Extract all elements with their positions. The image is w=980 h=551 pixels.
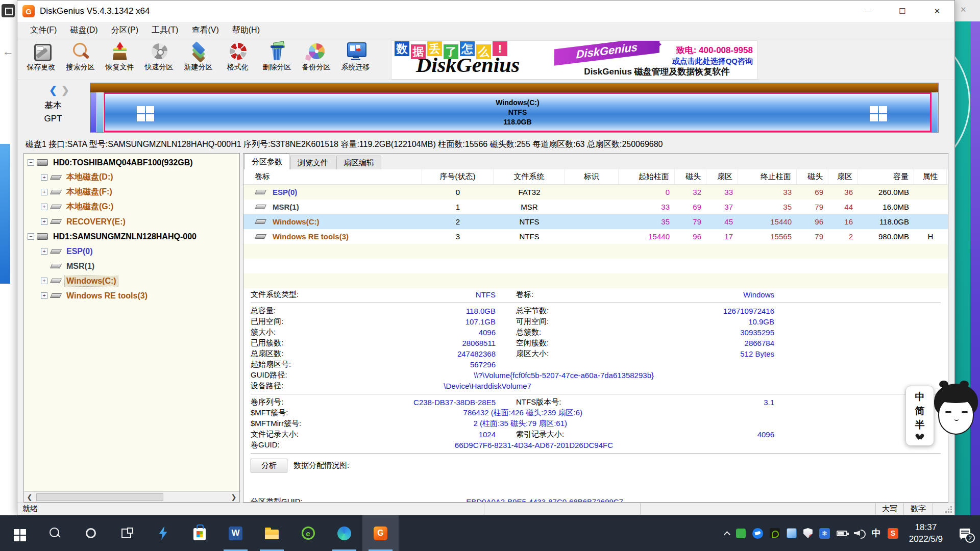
- ime-chinese-mode[interactable]: 中: [915, 391, 925, 403]
- column-header-序号(状态)[interactable]: 序号(状态): [422, 169, 494, 184]
- resize-grip[interactable]: [933, 503, 954, 515]
- analyze-button[interactable]: 分析: [251, 459, 287, 472]
- tab-浏览文件[interactable]: 浏览文件: [290, 156, 335, 169]
- expand-icon[interactable]: +: [41, 278, 47, 284]
- column-header-起始柱面[interactable]: 起始柱面: [619, 169, 675, 184]
- menu-item-文件(F)[interactable]: 文件(F): [23, 25, 63, 36]
- sidebar-item-HD0:TOSHIBAMQ04ABF100(932GB)[interactable]: −HD0:TOSHIBAMQ04ABF100(932GB): [24, 155, 239, 170]
- word[interactable]: W: [217, 515, 254, 551]
- ime-status-box[interactable]: 中 简 半: [905, 386, 934, 446]
- toolbar-button-format[interactable]: 格式化: [218, 40, 257, 79]
- snowflake-utility[interactable]: ❄: [819, 528, 830, 539]
- partition-esp[interactable]: [90, 92, 97, 132]
- menu-item-帮助(H)[interactable]: 帮助(H): [226, 25, 266, 36]
- sogou-input[interactable]: S: [888, 528, 898, 539]
- battery[interactable]: [837, 531, 847, 536]
- expand-icon[interactable]: +: [41, 174, 47, 181]
- sidebar-item-MSR(1)[interactable]: MSR(1): [24, 259, 239, 273]
- ime-mode[interactable]: 中: [872, 527, 881, 539]
- ime-simplified-mode[interactable]: 简: [915, 406, 925, 417]
- microsoft-store[interactable]: [181, 515, 217, 551]
- column-header-卷标[interactable]: 卷标: [243, 169, 422, 184]
- cortana-button[interactable]: [72, 515, 109, 551]
- green-utility[interactable]: [736, 529, 746, 538]
- column-header-磁头[interactable]: 磁头: [675, 169, 706, 184]
- tree-horizontal-scrollbar[interactable]: ❮ ❯: [24, 491, 239, 502]
- scroll-right-arrow-icon[interactable]: ❯: [228, 493, 239, 501]
- expand-icon[interactable]: +: [41, 292, 47, 299]
- diskgenius-app[interactable]: G: [362, 515, 399, 551]
- column-header-磁头[interactable]: 磁头: [797, 169, 828, 184]
- toolbar-button-save[interactable]: 保存更改: [21, 40, 61, 79]
- tab-扇区编辑[interactable]: 扇区编辑: [336, 156, 381, 169]
- expand-icon[interactable]: +: [41, 189, 47, 195]
- search-button[interactable]: [36, 515, 72, 551]
- green-browser[interactable]: e: [290, 515, 326, 551]
- maximize-button[interactable]: ☐: [885, 1, 920, 22]
- close-button[interactable]: ✕: [920, 1, 954, 22]
- dingtalk[interactable]: [752, 528, 763, 539]
- toolbar-button-search[interactable]: 搜索分区: [61, 40, 100, 79]
- sidebar-item-HD1:SAMSUNGMZNLN128HAHQ-000[interactable]: −HD1:SAMSUNGMZNLN128HAHQ-000: [24, 229, 239, 244]
- sidebar-item-Windows RE tools(3)[interactable]: +Windows RE tools(3): [24, 288, 239, 303]
- toolbar-button-recover[interactable]: 恢复文件: [100, 40, 139, 79]
- table-row-Windows(C:)[interactable]: Windows(C:)2NTFS357945154409616118.0GB: [243, 214, 948, 229]
- toolbar-button-backup[interactable]: 备份分区: [297, 40, 336, 79]
- menu-item-工具(T)[interactable]: 工具(T): [145, 25, 185, 36]
- collapse-icon[interactable]: −: [28, 159, 34, 166]
- toolbar-button-del[interactable]: 删除分区: [257, 40, 297, 79]
- toolbar-button-migrate[interactable]: 系统迁移: [336, 40, 375, 79]
- edge-browser[interactable]: [326, 515, 362, 551]
- sidebar-item-本地磁盘(F:)[interactable]: +本地磁盘(F:): [24, 185, 239, 199]
- next-disk-arrow-icon[interactable]: ❯: [61, 84, 69, 96]
- minimize-button[interactable]: ─: [850, 1, 885, 22]
- nvidia-settings[interactable]: [770, 528, 780, 538]
- expand-icon[interactable]: +: [41, 204, 47, 210]
- prev-disk-arrow-icon[interactable]: ❮: [49, 84, 57, 96]
- taskbar-clock[interactable]: 18:37 2022/5/9: [909, 521, 943, 545]
- column-header-标识[interactable]: 标识: [565, 169, 619, 184]
- volume[interactable]: [854, 529, 865, 537]
- ime-mascot-avatar[interactable]: [932, 384, 980, 441]
- file-explorer[interactable]: [254, 515, 290, 551]
- column-header-文件系统[interactable]: 文件系统: [494, 169, 565, 184]
- column-header-属性[interactable]: 属性: [914, 169, 947, 184]
- column-header-终止柱面[interactable]: 终止柱面: [738, 169, 797, 184]
- start-button[interactable]: [0, 515, 36, 551]
- ad-banner[interactable]: DiskGenius 数据丢了怎么! DiskGenius DiskGenius…: [391, 40, 757, 80]
- table-row-Windows RE tools(3)[interactable]: Windows RE tools(3)3NTFS1544096171556579…: [243, 229, 948, 244]
- column-header-扇区[interactable]: 扇区: [828, 169, 858, 184]
- sidebar-item-本地磁盘(D:)[interactable]: +本地磁盘(D:): [24, 170, 239, 185]
- expand-icon[interactable]: +: [41, 248, 47, 255]
- scrollbar-thumb[interactable]: [36, 493, 163, 501]
- menu-item-磁盘(D)[interactable]: 磁盘(D): [63, 25, 104, 36]
- flash-app[interactable]: [145, 515, 181, 551]
- heart-icon[interactable]: [916, 434, 923, 440]
- toolbar-button-new[interactable]: 新建分区: [179, 40, 218, 79]
- column-header-容量[interactable]: 容量: [858, 169, 914, 184]
- windows-defender[interactable]: [803, 528, 813, 538]
- task-view-button[interactable]: [109, 515, 145, 551]
- sogou-ime-widget[interactable]: 中 简 半: [905, 384, 980, 447]
- partition-windows-c-selected[interactable]: Windows(C:) NTFS 118.0GB: [104, 92, 932, 132]
- tab-分区参数[interactable]: 分区参数: [244, 154, 289, 169]
- column-header-扇区[interactable]: 扇区: [706, 169, 738, 184]
- banner-qq-link[interactable]: 或点击此处选择QQ咨询: [672, 56, 753, 66]
- hidden-icons-chevron[interactable]: [725, 530, 729, 537]
- menu-item-分区(P)[interactable]: 分区(P): [105, 25, 145, 36]
- table-row-ESP(0)[interactable]: ESP(0)0FAT3203233336936260.0MB: [243, 185, 948, 199]
- expand-icon[interactable]: +: [41, 218, 47, 225]
- scrollbar-track[interactable]: [35, 493, 228, 502]
- sidebar-item-ESP(0)[interactable]: +ESP(0): [24, 244, 239, 259]
- toolbar-button-quick[interactable]: 快速分区: [139, 40, 179, 79]
- partition-msr[interactable]: [97, 92, 104, 132]
- sidebar-item-RECOVERY(E:)[interactable]: +RECOVERY(E:): [24, 214, 239, 229]
- sidebar-item-Windows(C:)[interactable]: +Windows(C:): [24, 273, 239, 288]
- action-center-button[interactable]: 2: [953, 515, 976, 551]
- menu-item-查看(V)[interactable]: 查看(V): [185, 25, 225, 36]
- table-row-MSR(1)[interactable]: MSR(1)1MSR33693735794416.0MB: [243, 199, 948, 214]
- partition-re-tools[interactable]: [932, 92, 938, 132]
- scroll-left-arrow-icon[interactable]: ❮: [24, 493, 35, 501]
- ime-halfwidth-mode[interactable]: 半: [915, 419, 925, 431]
- intel-graphics[interactable]: [787, 528, 797, 538]
